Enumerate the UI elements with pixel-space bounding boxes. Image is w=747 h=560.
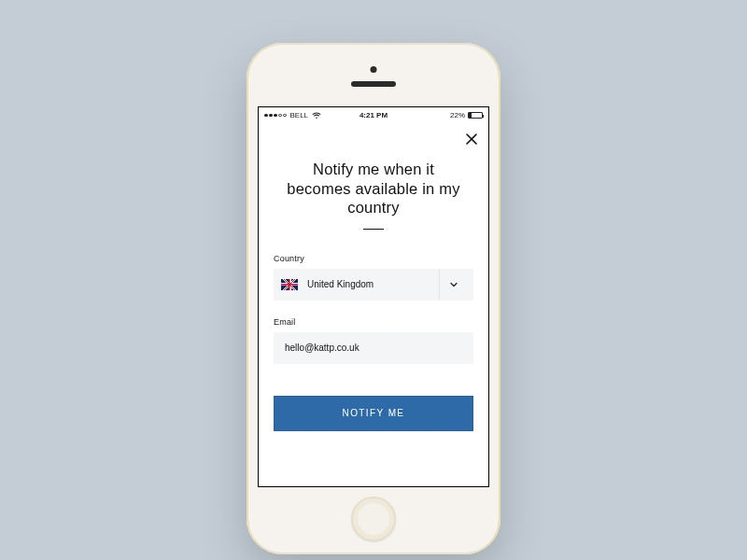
notify-me-label: NOTIFY ME <box>343 408 405 418</box>
country-select[interactable]: United Kingdom <box>274 269 473 301</box>
app-screen: BELL 4:21 PM 22% Notify me when it be <box>258 106 489 487</box>
notify-form: Country United Kingdom Email NOTIFY ME <box>274 254 473 431</box>
uk-flag-icon <box>281 279 298 290</box>
battery-icon <box>468 112 483 119</box>
chevron-down-icon <box>439 269 468 301</box>
heading-divider <box>363 229 384 230</box>
country-label: Country <box>274 254 473 263</box>
country-value: United Kingdom <box>307 279 439 289</box>
home-button[interactable] <box>351 497 396 541</box>
email-input[interactable] <box>283 342 464 354</box>
phone-mockup: BELL 4:21 PM 22% Notify me when it be <box>247 43 500 554</box>
email-field-wrap <box>274 332 473 364</box>
modal-heading: Notify me when it becomes available in m… <box>285 160 462 217</box>
phone-speaker <box>351 81 396 87</box>
close-button[interactable] <box>464 132 479 147</box>
email-label: Email <box>274 317 473 327</box>
battery-pct: 22% <box>450 111 465 119</box>
phone-camera <box>371 66 377 73</box>
close-icon <box>464 133 479 149</box>
notify-me-button[interactable]: NOTIFY ME <box>274 396 473 431</box>
status-bar: BELL 4:21 PM 22% <box>259 107 488 126</box>
